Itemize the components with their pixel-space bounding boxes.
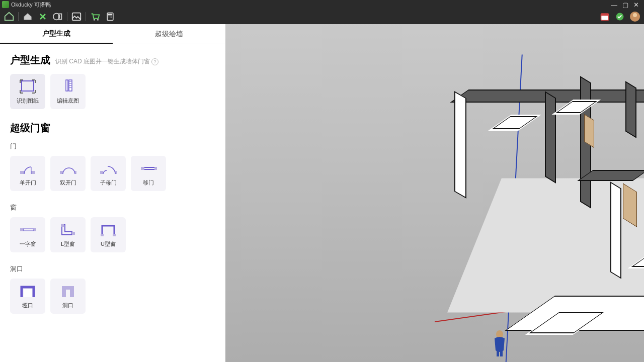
- door-slide-icon: [140, 161, 157, 176]
- tile-window-lshape[interactable]: L型窗: [50, 217, 86, 252]
- svg-point-4: [97, 19, 99, 21]
- window-close-icon[interactable]: ✕: [633, 1, 639, 9]
- tile-door-double[interactable]: 双开门: [50, 156, 86, 191]
- scale-figure-icon: [490, 329, 510, 357]
- door-single-icon: [19, 161, 36, 176]
- dongkou-icon: [59, 284, 76, 299]
- svg-rect-38: [62, 286, 74, 290]
- tab-plan-generate[interactable]: 户型生成: [0, 24, 113, 44]
- tile-opening-yakou[interactable]: 垭口: [10, 279, 45, 314]
- titlebar: Okducky 可搭鸭 — ▢ ✕: [0, 0, 644, 9]
- svg-rect-16: [66, 80, 68, 91]
- status-calendar-icon[interactable]: [599, 11, 611, 23]
- svg-rect-25: [141, 167, 144, 170]
- recognize-icon: [19, 79, 36, 94]
- svg-rect-23: [100, 171, 103, 174]
- svg-rect-32: [61, 224, 64, 227]
- section-plan-title: 户型生成: [10, 53, 50, 67]
- window-ushape-icon: [100, 222, 117, 237]
- svg-rect-30: [34, 228, 36, 231]
- svg-rect-26: [154, 167, 157, 170]
- floorplan-model: [454, 59, 644, 351]
- svg-rect-33: [72, 232, 75, 235]
- svg-rect-11: [601, 14, 609, 16]
- group-door-label: 门: [10, 142, 215, 151]
- window-straight-icon: [19, 222, 36, 237]
- tile-edit-base[interactable]: 编辑底图: [50, 74, 86, 109]
- svg-rect-21: [60, 171, 63, 174]
- svg-rect-19: [31, 171, 35, 174]
- svg-point-9: [111, 17, 112, 18]
- group-window-label: 窗: [10, 203, 215, 212]
- tile-door-slide[interactable]: 移门: [131, 156, 166, 191]
- tool-image-icon[interactable]: [70, 11, 83, 23]
- svg-rect-1: [59, 14, 62, 20]
- side-panel: 户型生成 超级绘墙 户型生成 识别 CAD 底图并一键生成墙体门窗 ? 识别图纸…: [0, 24, 225, 362]
- tile-door-single[interactable]: 单开门: [10, 156, 45, 191]
- tile-window-ushape[interactable]: U型窗: [91, 217, 126, 252]
- tool-home-icon[interactable]: [3, 11, 15, 23]
- group-opening-label: 洞口: [10, 264, 215, 274]
- help-icon[interactable]: ?: [151, 58, 158, 65]
- tile-recognize-drawing[interactable]: 识别图纸: [10, 74, 45, 109]
- status-verified-icon[interactable]: [614, 11, 626, 23]
- tile-window-straight[interactable]: 一字窗: [10, 217, 45, 252]
- app-logo-icon: [2, 1, 9, 8]
- tool-calc-icon[interactable]: [104, 11, 116, 23]
- door-childmother-icon: [100, 161, 117, 176]
- window-minimize-icon[interactable]: —: [611, 1, 617, 9]
- yakou-icon: [19, 284, 36, 299]
- svg-rect-31: [24, 229, 34, 231]
- toolbar: [0, 9, 644, 24]
- svg-rect-6: [108, 14, 112, 15]
- section-doorwin-title: 超级门窗: [10, 121, 50, 135]
- window-lshape-icon: [59, 222, 76, 237]
- svg-rect-18: [20, 171, 24, 174]
- svg-rect-40: [497, 350, 499, 356]
- svg-rect-15: [22, 81, 34, 91]
- tab-super-wall[interactable]: 超级绘墙: [113, 24, 225, 44]
- tool-cross-icon[interactable]: [37, 11, 49, 23]
- svg-point-8: [110, 17, 111, 18]
- tool-house-icon[interactable]: [22, 11, 34, 23]
- edit-base-icon: [59, 79, 76, 94]
- user-avatar-icon[interactable]: [629, 11, 641, 23]
- svg-rect-41: [500, 350, 503, 356]
- svg-rect-29: [20, 228, 24, 231]
- svg-rect-35: [113, 234, 116, 236]
- tile-door-childmother[interactable]: 子母门: [91, 156, 126, 191]
- viewport-3d[interactable]: [225, 24, 644, 362]
- section-plan-desc: 识别 CAD 底图并一键生成墙体门窗 ?: [55, 57, 158, 66]
- door-double-icon: [59, 161, 76, 176]
- tile-opening-dongkou[interactable]: 洞口: [50, 279, 86, 314]
- svg-point-7: [109, 17, 110, 18]
- tool-cart-icon[interactable]: [89, 11, 101, 23]
- window-maximize-icon[interactable]: ▢: [622, 1, 628, 9]
- svg-rect-34: [101, 234, 104, 236]
- app-title: Okducky 可搭鸭: [11, 1, 51, 9]
- svg-point-3: [94, 19, 95, 21]
- tool-scene-icon[interactable]: [52, 11, 64, 23]
- svg-point-14: [633, 13, 637, 17]
